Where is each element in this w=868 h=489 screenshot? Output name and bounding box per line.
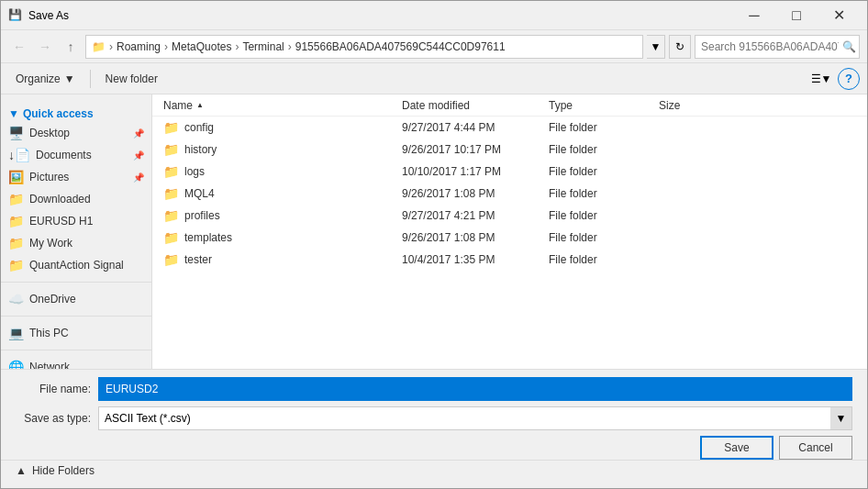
cancel-button[interactable]: Cancel	[779, 436, 852, 460]
table-row[interactable]: 📁 history 9/26/2017 10:17 PM File folder	[152, 139, 867, 161]
hide-folders-label: Hide Folders	[32, 464, 95, 477]
sidebar-divider-3	[1, 350, 151, 350]
file-name-cell: 📁 profiles	[163, 208, 402, 223]
search-box[interactable]: 🔍	[695, 35, 860, 59]
filename-input[interactable]	[98, 377, 852, 401]
sidebar-item-quantaction[interactable]: 📁 QuantAction Signal	[1, 254, 151, 276]
search-input[interactable]	[701, 40, 839, 53]
filename-row: File name:	[16, 377, 852, 401]
folder-icon: 📁	[163, 142, 179, 157]
file-date-cell: 9/27/2017 4:21 PM	[402, 209, 549, 222]
window-title: Save As	[28, 9, 733, 22]
refresh-button[interactable]: ↻	[669, 35, 691, 59]
sidebar-item-network-label: Network	[29, 361, 70, 369]
sidebar-item-onedrive[interactable]: ☁️ OneDrive	[1, 288, 151, 310]
sidebar-item-network[interactable]: 🌐 Network	[1, 356, 151, 369]
title-bar: 💾 Save As ─ □ ✕	[1, 1, 867, 30]
file-list-header: Name ▲ Date modified Type Size	[152, 94, 867, 117]
pin-icon-pics: 📌	[133, 172, 144, 183]
organize-label: Organize	[16, 72, 61, 85]
folder-icon: 📁	[163, 186, 179, 201]
file-date-cell: 9/26/2017 10:17 PM	[402, 143, 549, 156]
sidebar-item-downloaded[interactable]: 📁 Downloaded	[1, 188, 151, 210]
main-content: ▼ Quick access 🖥️ Desktop 📌 ↓📄 Documents…	[1, 94, 867, 369]
quantaction-icon: 📁	[8, 258, 24, 272]
view-options-button[interactable]: ☰▼	[808, 68, 834, 90]
file-type-cell: File folder	[549, 187, 659, 200]
column-type[interactable]: Type	[549, 99, 659, 112]
folder-icon: 📁	[163, 208, 179, 223]
documents-icon: ↓📄	[8, 148, 30, 162]
quick-access-header[interactable]: ▼ Quick access	[1, 102, 151, 122]
savetype-select[interactable]: ASCII Text (*.csv)	[98, 406, 852, 430]
sidebar-item-desktop[interactable]: 🖥️ Desktop 📌	[1, 122, 151, 144]
search-icon: 🔍	[842, 40, 856, 53]
file-name-cell: 📁 tester	[163, 252, 402, 267]
file-name-cell: 📁 logs	[163, 164, 402, 179]
maximize-button[interactable]: □	[775, 1, 818, 30]
quick-access-label: Quick access	[23, 107, 94, 120]
title-icon: 💾	[8, 8, 23, 23]
sidebar-item-mywork[interactable]: 📁 My Work	[1, 232, 151, 254]
forward-button[interactable]: →	[34, 36, 56, 58]
minimize-button[interactable]: ─	[733, 1, 775, 30]
breadcrumb-terminal: Terminal	[242, 40, 284, 53]
save-as-dialog: 💾 Save As ─ □ ✕ ← → ↑ 📁 › Roaming › Meta…	[0, 0, 868, 489]
mywork-icon: 📁	[8, 236, 24, 250]
table-row[interactable]: 📁 profiles 9/27/2017 4:21 PM File folder	[152, 205, 867, 227]
toolbar-right: ☰▼ ?	[808, 68, 860, 90]
savetype-label: Save as type:	[16, 412, 98, 425]
bottom-area: File name: Save as type: ASCII Text (*.c…	[1, 369, 867, 488]
close-button[interactable]: ✕	[818, 1, 860, 30]
file-type-cell: File folder	[549, 231, 659, 244]
up-button[interactable]: ↑	[60, 36, 82, 58]
file-name-text: logs	[184, 165, 205, 178]
eurusd-icon: 📁	[8, 214, 24, 228]
file-rows-container: 📁 config 9/27/2017 4:44 PM File folder 📁…	[152, 117, 867, 271]
address-bar: ← → ↑ 📁 › Roaming › MetaQuotes › Termina…	[1, 30, 867, 63]
table-row[interactable]: 📁 MQL4 9/26/2017 1:08 PM File folder	[152, 183, 867, 205]
help-button[interactable]: ?	[838, 68, 860, 90]
save-button[interactable]: Save	[700, 436, 773, 460]
folder-icon: 📁	[163, 230, 179, 245]
desktop-icon: 🖥️	[8, 126, 24, 140]
file-date-cell: 10/10/2017 1:17 PM	[402, 165, 549, 178]
table-row[interactable]: 📁 config 9/27/2017 4:44 PM File folder	[152, 117, 867, 139]
new-folder-button[interactable]: New folder	[98, 70, 165, 88]
back-button[interactable]: ←	[8, 36, 30, 58]
toolbar: Organize ▼ New folder ☰▼ ?	[1, 63, 867, 94]
column-name[interactable]: Name ▲	[163, 99, 402, 112]
organize-button[interactable]: Organize ▼	[8, 70, 83, 88]
file-type-cell: File folder	[549, 209, 659, 222]
folder-icon: 📁	[163, 120, 179, 135]
file-name-text: MQL4	[184, 187, 215, 200]
file-list-area: Name ▲ Date modified Type Size 📁 config …	[152, 94, 867, 369]
table-row[interactable]: 📁 templates 9/26/2017 1:08 PM File folde…	[152, 227, 867, 249]
filename-label: File name:	[16, 383, 98, 395]
file-name-text: config	[184, 121, 214, 134]
sidebar-divider-2	[1, 316, 151, 317]
address-path[interactable]: 📁 › Roaming › MetaQuotes › Terminal › 91…	[85, 35, 643, 59]
action-row: Save Cancel	[16, 436, 852, 460]
address-dropdown-button[interactable]: ▼	[647, 35, 665, 59]
table-row[interactable]: 📁 tester 10/4/2017 1:35 PM File folder	[152, 249, 867, 271]
file-type-cell: File folder	[549, 143, 659, 156]
file-name-cell: 📁 MQL4	[163, 186, 402, 201]
folder-icon: 📁	[163, 252, 179, 267]
sidebar-item-pictures[interactable]: 🖼️ Pictures 📌	[1, 166, 151, 188]
column-size[interactable]: Size	[659, 99, 856, 112]
organize-dropdown-icon: ▼	[64, 72, 75, 85]
sidebar-divider-1	[1, 282, 151, 283]
hide-folders-button[interactable]: ▲ Hide Folders	[1, 460, 867, 481]
sidebar-item-downloaded-label: Downloaded	[29, 193, 91, 206]
column-date[interactable]: Date modified	[402, 99, 549, 112]
sidebar-item-documents-label: Documents	[36, 149, 92, 161]
table-row[interactable]: 📁 logs 10/10/2017 1:17 PM File folder	[152, 161, 867, 183]
savetype-wrapper: ASCII Text (*.csv) ▼	[98, 406, 852, 430]
sidebar-item-eurusd[interactable]: 📁 EURUSD H1	[1, 210, 151, 232]
sidebar-item-documents[interactable]: ↓📄 Documents 📌	[1, 144, 151, 166]
pin-icon-docs: 📌	[133, 150, 144, 161]
sidebar-item-thispc[interactable]: 💻 This PC	[1, 322, 151, 344]
sidebar: ▼ Quick access 🖥️ Desktop 📌 ↓📄 Documents…	[1, 94, 152, 369]
sidebar-item-desktop-label: Desktop	[29, 127, 70, 139]
